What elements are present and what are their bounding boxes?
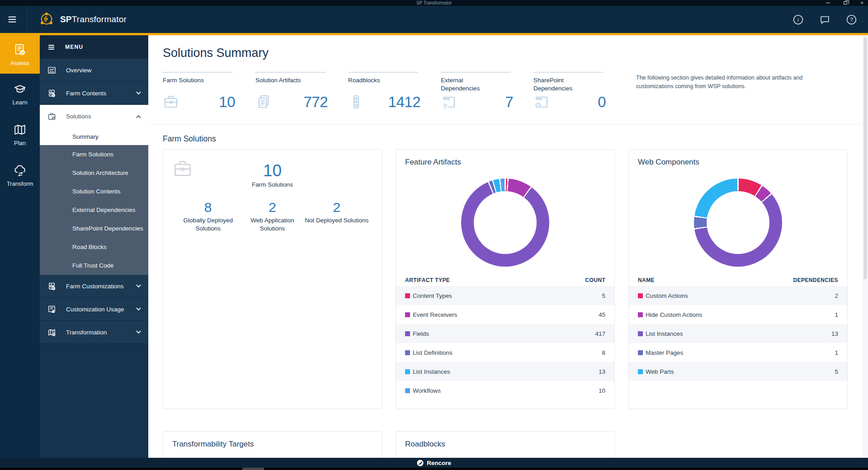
legend-label: Custom Actions bbox=[646, 292, 688, 299]
window-title: SP Transformator bbox=[416, 0, 452, 5]
roadblocks-card: Roadblocks bbox=[396, 431, 615, 458]
sidebar-subitem-farm-solutions[interactable]: Farm Solutions bbox=[40, 145, 148, 164]
farm-solutions-card: 10 Farm Solutions 8 Globally Deployed So… bbox=[163, 149, 382, 409]
row-value: 10 bbox=[599, 387, 605, 394]
window-titlebar: SP Transformator × bbox=[0, 0, 868, 6]
sidebar-menu: MENU Overview Farm Contents Solutions Su… bbox=[40, 35, 148, 458]
table-row: Content Types5 bbox=[396, 286, 614, 305]
rail-item-assess[interactable]: Assess bbox=[0, 35, 40, 74]
legend-label: List Instances bbox=[646, 330, 683, 337]
farm-customizations-icon bbox=[47, 282, 56, 291]
module-rail: Assess Learn Plan Transform bbox=[0, 35, 40, 458]
briefcase-icon bbox=[163, 94, 179, 110]
sidebar-item-overview[interactable]: Overview bbox=[40, 59, 148, 82]
table-row: Hide Custom Actions1 bbox=[629, 305, 847, 324]
hamburger-menu-icon bbox=[47, 43, 55, 51]
footer-brand: Rencore bbox=[427, 460, 451, 466]
web-components-donut-chart[interactable] bbox=[694, 179, 782, 267]
learn-icon bbox=[13, 82, 27, 96]
taskbar-strip bbox=[0, 468, 868, 470]
info-icon[interactable]: i bbox=[793, 14, 804, 25]
menu-title: MENU bbox=[65, 44, 83, 50]
scrollbar-thumb[interactable] bbox=[863, 37, 867, 279]
sidebar-item-transformation[interactable]: Transformation bbox=[40, 321, 148, 344]
table-row: List Instances13 bbox=[629, 324, 847, 343]
help-icon[interactable]: ? bbox=[846, 14, 857, 25]
sidebar-subitem-external-dependencies[interactable]: External Dependencies bbox=[40, 201, 148, 219]
minimize-button[interactable] bbox=[826, 3, 830, 3]
row-value: 13 bbox=[831, 330, 838, 337]
card-title: Feature Artifacts bbox=[396, 150, 614, 167]
vertical-scrollbar[interactable] bbox=[863, 35, 868, 458]
rail-label: Learn bbox=[12, 99, 27, 106]
sidebar-item-farm-customizations[interactable]: Farm Customizations bbox=[40, 275, 148, 298]
menu-collapse-toggle[interactable]: MENU bbox=[40, 35, 148, 59]
sidebar-subitem-road-blocks[interactable]: Road Blocks bbox=[40, 238, 148, 256]
sidebar-subitem-sharepoint-dependencies[interactable]: SharePoint Dependencies bbox=[40, 219, 148, 238]
legend-swatch bbox=[638, 350, 643, 355]
feature-artifacts-card: Feature Artifacts ARTIFACT TYPE COUNT Co… bbox=[396, 149, 615, 409]
stat-value: 7 bbox=[505, 94, 513, 111]
legend-label: Master Pages bbox=[646, 349, 683, 356]
row-value: 45 bbox=[599, 311, 605, 318]
stat-roadblocks: Roadblocks 1412 bbox=[348, 72, 441, 111]
transform-cloud-icon bbox=[13, 164, 27, 177]
plan-icon bbox=[13, 123, 27, 136]
legend-label: Event Receivers bbox=[413, 311, 457, 318]
hamburger-menu-icon[interactable] bbox=[7, 14, 27, 24]
transformation-icon bbox=[47, 328, 56, 337]
donut-hole bbox=[474, 191, 537, 254]
solutions-briefcase-icon bbox=[47, 112, 56, 121]
web-application-stat: 2 Web Application Solutions bbox=[240, 200, 304, 233]
table-row: Event Receivers45 bbox=[396, 305, 614, 324]
close-button[interactable]: × bbox=[861, 0, 863, 5]
rail-item-learn[interactable]: Learn bbox=[0, 74, 40, 114]
sidebar-item-customization-usage[interactable]: Customization Usage bbox=[40, 298, 148, 321]
window-arrows-icon bbox=[441, 94, 457, 110]
row-value: 1 bbox=[835, 349, 838, 356]
column-header: COUNT bbox=[585, 277, 605, 283]
table-row: List Definitions8 bbox=[396, 343, 614, 362]
web-components-card: Web Components NAME DEPENDENCIES Custom … bbox=[628, 149, 848, 409]
overview-icon bbox=[47, 66, 56, 75]
main-content: Solutions Summary Farm Solutions 10 Solu… bbox=[148, 35, 863, 458]
rail-item-plan[interactable]: Plan bbox=[0, 114, 40, 155]
summary-stats-row: Farm Solutions 10 Solution Artifacts 772… bbox=[148, 72, 863, 111]
stat-solution-artifacts: Solution Artifacts 772 bbox=[255, 72, 348, 111]
sidebar-subitem-full-trust-code[interactable]: Full Trust Code bbox=[40, 256, 148, 275]
column-header: NAME bbox=[638, 277, 655, 283]
chevron-down-icon bbox=[136, 284, 141, 288]
card-title: Transformability Targets bbox=[163, 432, 382, 449]
table-row: Workflows10 bbox=[396, 381, 614, 400]
legend-swatch bbox=[405, 331, 410, 336]
farm-solutions-section-title: Farm Solutions bbox=[148, 125, 863, 144]
rencore-sp-logo-icon bbox=[38, 11, 55, 28]
sidebar-subitem-summary[interactable]: Summary bbox=[40, 128, 148, 145]
rencore-logo-icon bbox=[417, 460, 424, 466]
row-value: 5 bbox=[602, 292, 605, 299]
legend-swatch bbox=[638, 293, 643, 298]
stat-farm-solutions: Farm Solutions 10 bbox=[163, 72, 255, 111]
sidebar-subitem-solution-architecture[interactable]: Solution Architecture bbox=[40, 164, 148, 182]
feature-artifacts-donut-chart[interactable] bbox=[461, 179, 549, 267]
rail-item-transform[interactable]: Transform bbox=[0, 155, 40, 196]
table-row: Custom Actions2 bbox=[629, 286, 847, 305]
legend-swatch bbox=[405, 350, 410, 355]
sidebar-item-solutions[interactable]: Solutions bbox=[40, 105, 148, 128]
rail-label: Assess bbox=[10, 60, 29, 66]
restore-button[interactable] bbox=[844, 1, 847, 5]
svg-text:?: ? bbox=[850, 16, 853, 23]
feedback-comment-icon[interactable] bbox=[819, 14, 830, 25]
chevron-up-icon bbox=[136, 115, 141, 118]
app-title: SPTransformator bbox=[60, 14, 127, 24]
column-header: ARTIFACT TYPE bbox=[405, 277, 450, 283]
legend-swatch bbox=[638, 331, 643, 336]
documents-icon bbox=[255, 94, 272, 110]
sidebar-item-farm-contents[interactable]: Farm Contents bbox=[40, 82, 148, 105]
footer-bar: Rencore bbox=[0, 458, 868, 468]
web-components-table: NAME DEPENDENCIES Custom Actions2Hide Cu… bbox=[629, 274, 847, 381]
legend-swatch bbox=[638, 369, 643, 374]
sidebar-subitem-solution-contents[interactable]: Solution Contents bbox=[40, 182, 148, 201]
stat-value: 0 bbox=[598, 94, 606, 111]
assess-icon bbox=[13, 43, 27, 56]
